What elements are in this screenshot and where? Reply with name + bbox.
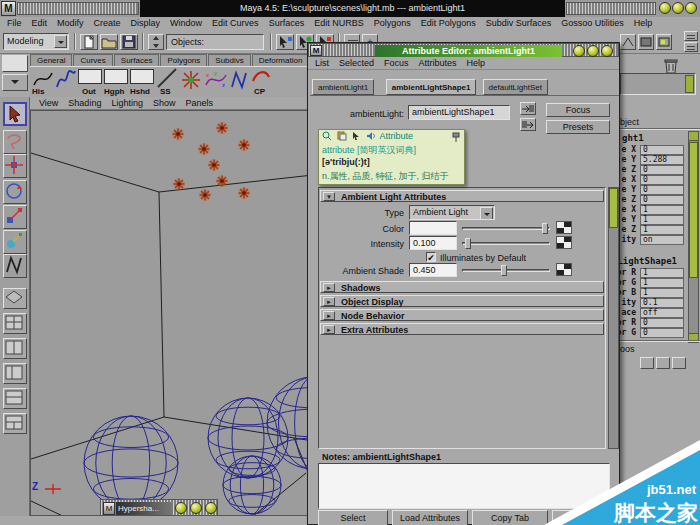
ambient-light-icon[interactable] (173, 178, 185, 190)
cp-shelf-icon[interactable] (250, 67, 272, 87)
menu-gossoo-utilities[interactable]: Gossoo Utilities (561, 17, 624, 30)
channel-box-scrollbar[interactable] (688, 131, 699, 343)
pin-tab-button[interactable] (520, 102, 536, 115)
open-node-button[interactable] (520, 118, 536, 131)
color-slider-track[interactable] (462, 227, 550, 230)
ambient-light-icon[interactable] (216, 175, 228, 187)
channel-value-field[interactable]: 5.288 (640, 155, 684, 165)
shelf-menu-button[interactable] (2, 74, 28, 91)
tab-ambientlightshape1[interactable]: ambientLightShape1 (386, 79, 477, 95)
copy-icon[interactable] (337, 131, 347, 141)
layout-four-pane-button[interactable] (3, 313, 27, 334)
menu-create[interactable]: Create (94, 17, 121, 30)
show-menubar-toggle[interactable] (684, 31, 698, 41)
menu-subdiv-surfaces[interactable]: Subdiv Surfaces (486, 17, 552, 30)
wireframe-sphere[interactable] (208, 398, 288, 478)
section-object-display[interactable]: ►Object Display (320, 295, 604, 307)
intensity-slider-thumb[interactable] (465, 238, 471, 249)
titlebar-grip-left[interactable] (17, 2, 139, 15)
channel-node-header[interactable]: ght1 (622, 133, 644, 143)
scrollbar-thumb[interactable] (609, 188, 618, 228)
rotate-tool-button[interactable] (3, 180, 27, 204)
hypershade-maximize-button[interactable] (190, 502, 202, 514)
render-button[interactable] (638, 34, 654, 50)
type-dropdown[interactable]: Ambient Light (409, 205, 495, 220)
ae-close-button[interactable] (601, 45, 613, 57)
presets-button[interactable]: Presets (546, 120, 610, 134)
panel-menu-lighting[interactable]: Lighting (111, 97, 143, 110)
ss-shelf-icon[interactable] (156, 67, 178, 89)
menu-help[interactable]: Help (634, 17, 653, 30)
ambient-light-icon[interactable] (216, 122, 228, 134)
menu-modify[interactable]: Modify (57, 17, 84, 30)
new-scene-button[interactable] (80, 34, 98, 50)
ambient-light-icon[interactable] (238, 187, 250, 199)
intensity-slider-track[interactable] (462, 242, 550, 245)
shelf-tab-deformation[interactable]: Deformation (252, 54, 310, 66)
ae-menu-attributes[interactable]: Attributes (419, 57, 457, 70)
panel-menu-panels[interactable]: Panels (185, 97, 213, 110)
shelf-tab-subdivs[interactable]: Subdivs (208, 54, 250, 66)
menu-polygons[interactable]: Polygons (374, 17, 411, 30)
search-icon[interactable] (322, 131, 332, 141)
window-maximize-button[interactable] (672, 2, 684, 14)
hypergraph-shelf-button[interactable] (104, 69, 128, 84)
scroll-up-arrow[interactable] (689, 132, 698, 141)
channel-value-field[interactable]: 0 (640, 328, 684, 338)
panel-menu-view[interactable]: View (39, 97, 58, 110)
wireframe-sphere[interactable] (223, 456, 281, 514)
channel-value-field[interactable]: 0 (640, 318, 684, 328)
chevron-down-icon[interactable]: ▼ (323, 192, 335, 201)
ae-maximize-button[interactable] (587, 45, 599, 57)
channel-value-field[interactable]: 0 (640, 185, 684, 195)
window-close-button[interactable] (685, 2, 697, 14)
shelf-selector-button[interactable] (2, 55, 28, 72)
tab-ambientlight1[interactable]: ambientLight1 (312, 79, 374, 95)
menu-window[interactable]: Window (170, 17, 202, 30)
layout-three-pane-button[interactable] (3, 413, 27, 434)
layout-persp-outliner-button[interactable] (3, 363, 27, 384)
section-ambient-light-attributes[interactable]: ▼ Ambient Light Attributes (320, 190, 604, 202)
chevron-right-icon[interactable]: ► (323, 297, 335, 306)
menu-surfaces[interactable]: Surfaces (269, 17, 305, 30)
open-scene-button[interactable] (100, 34, 118, 50)
ambient-light-icon[interactable] (199, 189, 211, 201)
last-tool-button[interactable] (3, 254, 27, 278)
wireframe-sphere[interactable] (84, 416, 178, 510)
selection-mode-toggle[interactable] (148, 34, 164, 50)
section-node-behavior[interactable]: ►Node Behavior (320, 309, 604, 321)
ipr-render-button[interactable] (656, 34, 672, 50)
show-panel-toggle[interactable] (684, 42, 698, 52)
window-minimize-button[interactable] (659, 2, 671, 14)
layout-horizontal-split-button[interactable] (3, 388, 27, 409)
move-tool-button[interactable] (3, 154, 27, 178)
channel-value-field[interactable]: 1 (640, 288, 684, 298)
save-scene-button[interactable] (120, 34, 138, 50)
chevron-right-icon[interactable]: ► (323, 325, 335, 334)
intensity-map-button[interactable] (556, 236, 572, 249)
ambient-light-icon[interactable] (238, 139, 250, 151)
channel-value-field[interactable]: 0.1 (640, 298, 684, 308)
curve-shelf-icon[interactable] (54, 67, 78, 93)
outliner-shelf-button[interactable] (78, 69, 102, 84)
ae-menu-selected[interactable]: Selected (339, 57, 374, 70)
intensity-field[interactable]: 0.100 (409, 236, 457, 250)
channel-value-field[interactable]: 0 (640, 195, 684, 205)
light-shelf-icon[interactable] (180, 69, 202, 91)
shelf-scroll-strip[interactable] (685, 75, 694, 93)
layer-button-3[interactable] (672, 357, 686, 369)
section-extra-attributes[interactable]: ►Extra Attributes (320, 323, 604, 335)
color-slider-thumb[interactable] (542, 223, 548, 234)
channel-value-field[interactable]: off (640, 308, 684, 318)
channel-value-field[interactable]: 1 (640, 278, 684, 288)
ae-menu-help[interactable]: Help (467, 57, 486, 70)
ambient-shade-slider-thumb[interactable] (501, 265, 507, 276)
menu-edit-curves[interactable]: Edit Curves (212, 17, 259, 30)
chevron-right-icon[interactable]: ► (323, 311, 335, 320)
attribute-editor-title-bar[interactable]: M Attribute Editor: ambientLight1 (308, 43, 619, 57)
menuset-dropdown[interactable]: Modeling (3, 33, 69, 50)
node-name-field[interactable]: ambientLightShape1 (408, 105, 510, 120)
color-swatch[interactable] (409, 221, 457, 235)
channel-value-field[interactable]: 1 (640, 225, 684, 235)
menu-edit[interactable]: Edit (32, 17, 48, 30)
